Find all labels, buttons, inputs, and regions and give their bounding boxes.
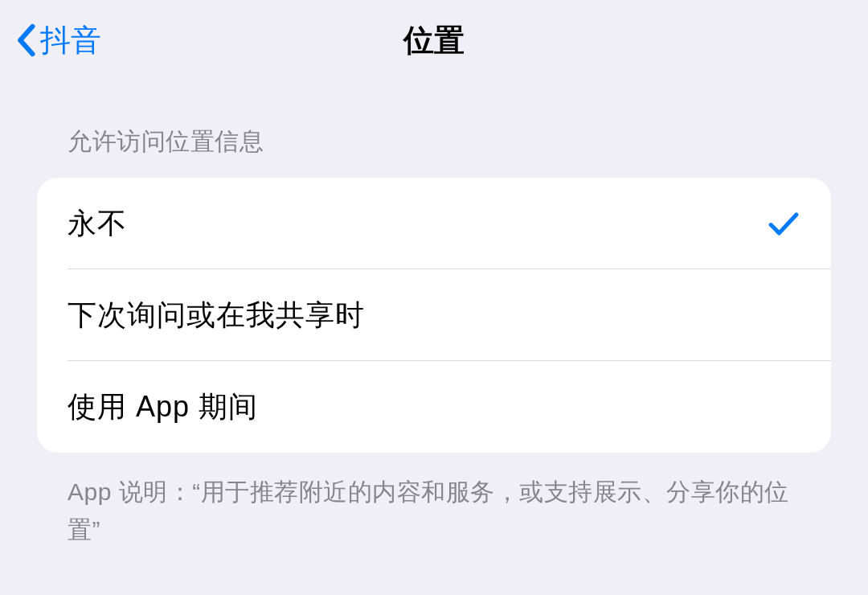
option-label: 使用 App 期间 xyxy=(68,388,258,427)
page-title: 位置 xyxy=(403,20,465,61)
option-label: 下次询问或在我共享时 xyxy=(68,296,365,335)
options-group: 永不 下次询问或在我共享时 使用 App 期间 xyxy=(37,178,831,453)
navbar: 抖音 位置 xyxy=(0,0,868,80)
section-footer: App 说明：“用于推荐附近的内容和服务，或支持展示、分享你的位置” xyxy=(37,453,831,548)
back-button[interactable]: 抖音 xyxy=(16,20,101,61)
option-never[interactable]: 永不 xyxy=(37,178,831,269)
content: 允许访问位置信息 永不 下次询问或在我共享时 使用 App 期间 App 说明：… xyxy=(0,80,868,548)
chevron-left-icon xyxy=(16,23,35,57)
option-label: 永不 xyxy=(68,204,127,244)
back-label: 抖音 xyxy=(40,20,101,61)
option-while-using[interactable]: 使用 App 期间 xyxy=(37,361,831,453)
section-header: 允许访问位置信息 xyxy=(37,80,831,178)
checkmark-icon xyxy=(768,210,799,237)
option-ask-next-time[interactable]: 下次询问或在我共享时 xyxy=(37,269,831,361)
